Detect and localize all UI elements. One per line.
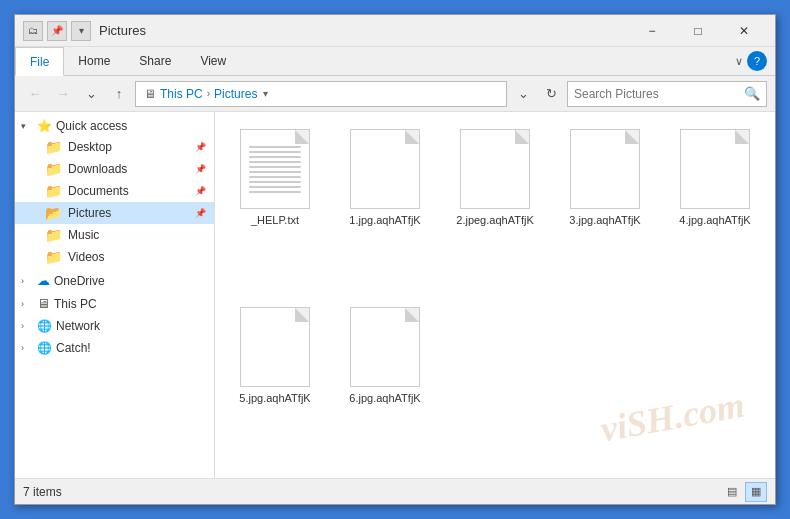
file-area-wrapper: _HELP.txt 1.jpg.aqhATfjK 2.jpeg.aqhATfjK <box>215 112 775 478</box>
tab-view[interactable]: View <box>186 47 241 75</box>
sidebar-network-header[interactable]: › 🌐 Network <box>15 316 214 336</box>
sidebar-catch-label: Catch! <box>56 341 91 355</box>
list-item[interactable]: 6.jpg.aqhATfjK <box>335 300 435 468</box>
ribbon-tabs: File Home Share View ∨ ? <box>15 47 775 75</box>
down-arrow-icon: ▾ <box>71 21 91 41</box>
file-name: 4.jpg.aqhATfjK <box>679 213 750 227</box>
title-bar: 🗂 📌 ▾ Pictures − □ ✕ <box>15 15 775 47</box>
sidebar-item-music[interactable]: 📁 Music <box>15 224 214 246</box>
quick-access-chevron: ▾ <box>21 121 33 131</box>
search-input[interactable] <box>574 87 740 101</box>
ribbon: File Home Share View ∨ ? <box>15 47 775 76</box>
maximize-button[interactable]: □ <box>675 15 721 47</box>
file-name: 3.jpg.aqhATfjK <box>569 213 640 227</box>
tab-share[interactable]: Share <box>125 47 186 75</box>
desktop-pin-icon: 📌 <box>195 142 206 152</box>
sidebar-item-label-documents: Documents <box>68 184 129 198</box>
sidebar-item-videos[interactable]: 📁 Videos <box>15 246 214 268</box>
forward-button[interactable]: → <box>51 82 75 106</box>
file-explorer-window: 🗂 📌 ▾ Pictures − □ ✕ File Home Share Vie… <box>14 14 776 505</box>
sidebar-thispc-label: This PC <box>54 297 97 311</box>
tab-home[interactable]: Home <box>64 47 125 75</box>
file-thumbnail <box>570 129 640 209</box>
line7 <box>249 176 301 178</box>
minimize-button[interactable]: − <box>629 15 675 47</box>
list-item[interactable]: _HELP.txt <box>225 122 325 290</box>
sidebar-item-desktop[interactable]: 📁 Desktop 📌 <box>15 136 214 158</box>
line5 <box>249 166 301 168</box>
dropdown-button[interactable]: ⌄ <box>511 82 535 106</box>
catch-icon: 🌐 <box>37 341 52 355</box>
list-item[interactable]: 2.jpeg.aqhATfjK <box>445 122 545 290</box>
sidebar-onedrive-label: OneDrive <box>54 274 105 288</box>
back-button[interactable]: ← <box>23 82 47 106</box>
expand-ribbon-icon[interactable]: ∨ <box>735 55 743 68</box>
list-item[interactable]: 4.jpg.aqhATfjK <box>665 122 765 290</box>
search-icon[interactable]: 🔍 <box>744 86 760 101</box>
line8 <box>249 181 301 183</box>
breadcrumb-thispc[interactable]: This PC <box>160 87 203 101</box>
sidebar-onedrive-section: › ☁ OneDrive <box>15 270 214 291</box>
main-content: ▾ ⭐ Quick access 📁 Desktop 📌 📁 Downloads… <box>15 112 775 478</box>
network-chevron: › <box>21 321 33 331</box>
tab-file[interactable]: File <box>15 47 64 76</box>
file-thumbnail <box>350 307 420 387</box>
onedrive-icon: ☁ <box>37 273 50 288</box>
refresh-button[interactable]: ↻ <box>539 82 563 106</box>
videos-folder-icon: 📁 <box>45 249 62 265</box>
sidebar-item-label-desktop: Desktop <box>68 140 112 154</box>
address-bar: ← → ⌄ ↑ 🖥 This PC › Pictures ▾ ⌄ ↻ 🔍 <box>15 76 775 112</box>
thispc-chevron: › <box>21 299 33 309</box>
window-title: Pictures <box>99 23 629 38</box>
file-name: 1.jpg.aqhATfjK <box>349 213 420 227</box>
status-bar: 7 items ▤ ▦ <box>15 478 775 504</box>
sidebar-item-label-downloads: Downloads <box>68 162 127 176</box>
help-button[interactable]: ? <box>747 51 767 71</box>
sidebar-item-documents[interactable]: 📁 Documents 📌 <box>15 180 214 202</box>
item-count: 7 items <box>23 485 62 499</box>
line1 <box>249 146 301 148</box>
search-bar: 🔍 <box>567 81 767 107</box>
sidebar-network-label: Network <box>56 319 100 333</box>
pictures-pin-icon: 📌 <box>195 208 206 218</box>
breadcrumb-home-icon: 🖥 <box>144 87 156 101</box>
sidebar-quick-access-header[interactable]: ▾ ⭐ Quick access <box>15 116 214 136</box>
quick-access-label: Quick access <box>56 119 127 133</box>
list-item[interactable]: 1.jpg.aqhATfjK <box>335 122 435 290</box>
file-name: 2.jpeg.aqhATfjK <box>456 213 533 227</box>
quick-access-icon: 🗂 <box>23 21 43 41</box>
breadcrumb-pictures[interactable]: Pictures <box>214 87 257 101</box>
large-icon-view-button[interactable]: ▦ <box>745 482 767 502</box>
sidebar-item-label-music: Music <box>68 228 99 242</box>
line4 <box>249 161 301 163</box>
sidebar-item-pictures[interactable]: 📂 Pictures 📌 <box>15 202 214 224</box>
line10 <box>249 191 301 193</box>
up-button[interactable]: ↑ <box>107 82 131 106</box>
pictures-folder-icon: 📂 <box>45 205 62 221</box>
file-name: 6.jpg.aqhATfjK <box>349 391 420 405</box>
sidebar-thispc-header[interactable]: › 🖥 This PC <box>15 293 214 314</box>
file-thumbnail <box>460 129 530 209</box>
catch-chevron: › <box>21 343 33 353</box>
line6 <box>249 171 301 173</box>
breadcrumb-dropdown[interactable]: ▾ <box>263 88 268 99</box>
view-buttons: ▤ ▦ <box>721 482 767 502</box>
file-thumbnail <box>680 129 750 209</box>
desktop-folder-icon: 📁 <box>45 139 62 155</box>
downloads-pin-icon: 📌 <box>195 164 206 174</box>
music-folder-icon: 📁 <box>45 227 62 243</box>
list-item[interactable]: 5.jpg.aqhATfjK <box>225 300 325 468</box>
recent-locations-button[interactable]: ⌄ <box>79 82 103 106</box>
title-bar-icons: 🗂 📌 ▾ <box>23 21 91 41</box>
sidebar-quick-access: ▾ ⭐ Quick access 📁 Desktop 📌 📁 Downloads… <box>15 116 214 268</box>
close-button[interactable]: ✕ <box>721 15 767 47</box>
sidebar-onedrive-header[interactable]: › ☁ OneDrive <box>15 270 214 291</box>
sidebar-item-downloads[interactable]: 📁 Downloads 📌 <box>15 158 214 180</box>
sidebar-network-section: › 🌐 Network <box>15 316 214 336</box>
sidebar-catch-header[interactable]: › 🌐 Catch! <box>15 338 214 358</box>
line2 <box>249 151 301 153</box>
file-thumbnail <box>240 129 310 209</box>
list-item[interactable]: 3.jpg.aqhATfjK <box>555 122 655 290</box>
list-view-button[interactable]: ▤ <box>721 482 743 502</box>
sidebar-catch-section: › 🌐 Catch! <box>15 338 214 358</box>
